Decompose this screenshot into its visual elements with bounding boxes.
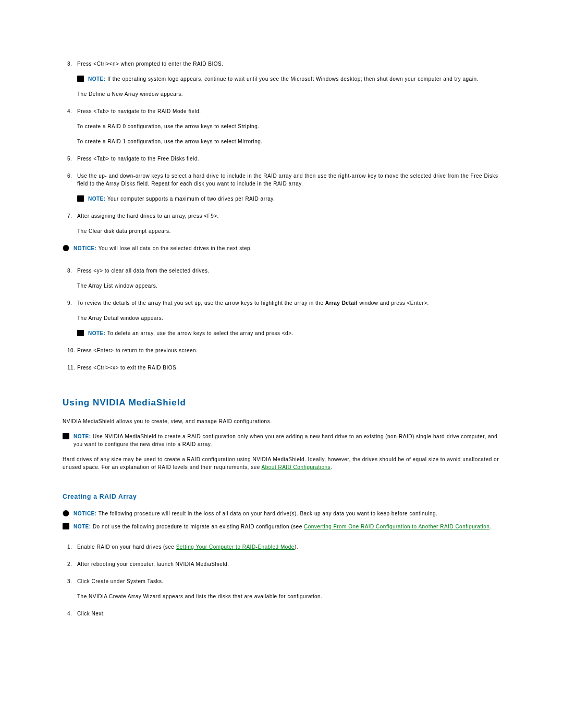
step-subtext: The NVIDIA Create Array Wizard appears a…	[77, 593, 500, 600]
notice-text: You will lose all data on the selected d…	[99, 245, 252, 251]
note-text: Your computer supports a maximum of two …	[107, 196, 275, 202]
note-icon	[63, 433, 69, 439]
step-subtext: The Define a New Array window appears.	[77, 90, 500, 98]
document-content: 3. Press <Ctrl><n> when prompted to ente…	[0, 0, 563, 658]
step-subtext: To create a RAID 1 configuration, use th…	[77, 138, 500, 145]
steps-list: 3. Press <Ctrl><n> when prompted to ente…	[63, 60, 500, 235]
note-text: If the operating system logo appears, co…	[107, 76, 479, 82]
step-10: 10. Press <Enter> to return to the previ…	[63, 347, 500, 354]
step-4: 4. Press <Tab> to navigate to the RAID M…	[63, 107, 500, 145]
step-text: Press <Enter> to return to the previous …	[77, 348, 198, 353]
step-subtext: The Array Detail window appears.	[77, 314, 500, 322]
step-text: Click Create under System Tasks.	[77, 578, 164, 584]
step-number: 11.	[67, 364, 75, 372]
note-text: Use NVIDIA MediaShield to create a RAID …	[74, 434, 497, 447]
note-callout: NOTE: Your computer supports a maximum o…	[77, 195, 500, 203]
step-number: 4.	[67, 107, 72, 115]
steps-list-continued: 8. Press <y> to clear all data from the …	[63, 267, 500, 372]
step-text: Press <Ctrl><x> to exit the RAID BIOS.	[77, 365, 178, 371]
step-number: 1.	[67, 543, 72, 551]
step-text: After assigning the hard drives to an ar…	[77, 213, 219, 219]
step-text: Press <Tab> to navigate to the RAID Mode…	[77, 108, 201, 114]
note-label: NOTE:	[74, 434, 91, 439]
step-3: 3. Press <Ctrl><n> when prompted to ente…	[63, 60, 500, 98]
step-number: 6.	[67, 172, 72, 180]
note-label: NOTE:	[88, 196, 106, 202]
substep-3: 3. Click Create under System Tasks. The …	[63, 577, 500, 600]
note-icon	[77, 330, 84, 336]
note-text: Do not use the following procedure to mi…	[93, 524, 492, 529]
step-number: 3.	[67, 577, 72, 585]
notice-icon	[63, 245, 69, 251]
note-text: To delete an array, use the arrow keys t…	[107, 330, 293, 336]
step-6: 6. Use the up- and down-arrow keys to se…	[63, 172, 500, 203]
notice-text: The following procedure will result in t…	[99, 511, 438, 516]
step-8: 8. Press <y> to clear all data from the …	[63, 267, 500, 290]
step-number: 3.	[67, 60, 72, 68]
step-number: 4.	[67, 610, 72, 618]
step-text: Press <Tab> to navigate to the Free Disk…	[77, 156, 199, 162]
note-label: NOTE:	[88, 330, 106, 336]
substep-1: 1. Enable RAID on your hard drives (see …	[63, 543, 500, 551]
note-icon	[77, 195, 84, 202]
note-callout: NOTE: If the operating system logo appea…	[77, 75, 500, 83]
substep-4: 4. Click Next.	[63, 610, 500, 618]
notice-icon	[63, 510, 69, 516]
step-number: 9.	[67, 299, 72, 307]
note-label: NOTE:	[88, 76, 106, 82]
section-heading-mediashield: Using NVIDIA MediaShield	[63, 398, 500, 408]
link-converting-raid[interactable]: Converting From One RAID Configuration t…	[304, 524, 489, 529]
step-text: Press <y> to clear all data from the sel…	[77, 268, 210, 274]
step-subtext: The Array List window appears.	[77, 282, 500, 290]
step-text: Use the up- and down-arrow keys to selec…	[77, 173, 498, 187]
step-text: After rebooting your computer, launch NV…	[77, 561, 229, 567]
step-number: 8.	[67, 267, 72, 275]
note-icon	[63, 523, 69, 529]
step-number: 10.	[67, 347, 75, 354]
section-body: Hard drives of any size may be used to c…	[63, 455, 500, 471]
note-label: NOTE:	[74, 524, 91, 529]
step-text: To review the details of the array that …	[77, 300, 429, 306]
notice-callout: NOTICE: You will lose all data on the se…	[63, 244, 500, 252]
link-raid-enabled-mode[interactable]: Setting Your Computer to RAID-Enabled Mo…	[176, 544, 295, 550]
step-number: 2.	[67, 560, 72, 568]
substep-2: 2. After rebooting your computer, launch…	[63, 560, 500, 568]
step-text: Press <Ctrl><n> when prompted to enter t…	[77, 61, 224, 67]
step-7: 7. After assigning the hard drives to an…	[63, 212, 500, 235]
notice-label: NOTICE:	[74, 511, 97, 516]
note-icon	[77, 76, 84, 82]
step-subtext: The Clear disk data prompt appears.	[77, 227, 500, 235]
note-callout: NOTE: Use NVIDIA MediaShield to create a…	[63, 433, 500, 448]
step-text: Click Next.	[77, 611, 105, 616]
step-number: 5.	[67, 155, 72, 163]
step-text: Enable RAID on your hard drives (see Set…	[77, 544, 298, 550]
note-callout: NOTE: To delete an array, use the arrow …	[77, 329, 500, 337]
step-5: 5. Press <Tab> to navigate to the Free D…	[63, 155, 500, 163]
link-about-raid[interactable]: About RAID Configurations	[262, 464, 331, 470]
step-9: 9. To review the details of the array th…	[63, 299, 500, 337]
substeps-list: 1. Enable RAID on your hard drives (see …	[63, 543, 500, 618]
section-intro: NVIDIA MediaShield allows you to create,…	[63, 417, 500, 425]
notice-callout: NOTICE: The following procedure will res…	[63, 510, 500, 517]
step-11: 11. Press <Ctrl><x> to exit the RAID BIO…	[63, 364, 500, 372]
subsection-heading-create-array: Creating a RAID Array	[63, 493, 500, 500]
step-number: 7.	[67, 212, 72, 220]
step-subtext: To create a RAID 0 configuration, use th…	[77, 122, 500, 130]
note-callout: NOTE: Do not use the following procedure…	[63, 523, 500, 530]
notice-label: NOTICE:	[74, 245, 97, 251]
